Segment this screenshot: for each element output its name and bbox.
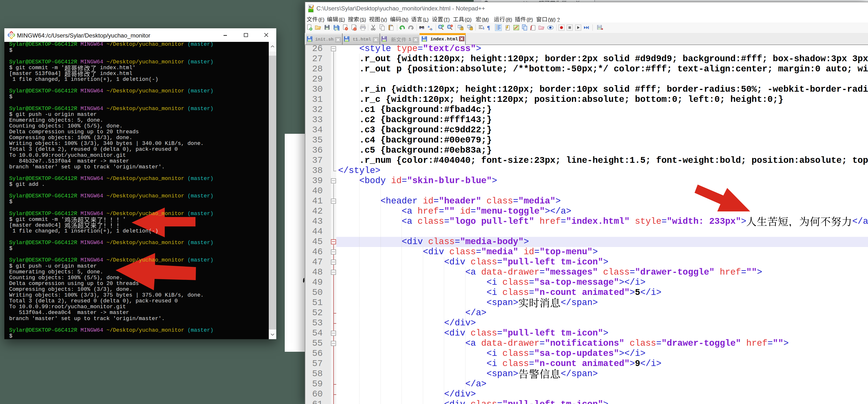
svg-text:¶: ¶ [487, 25, 490, 31]
svg-text:a: a [428, 25, 430, 28]
